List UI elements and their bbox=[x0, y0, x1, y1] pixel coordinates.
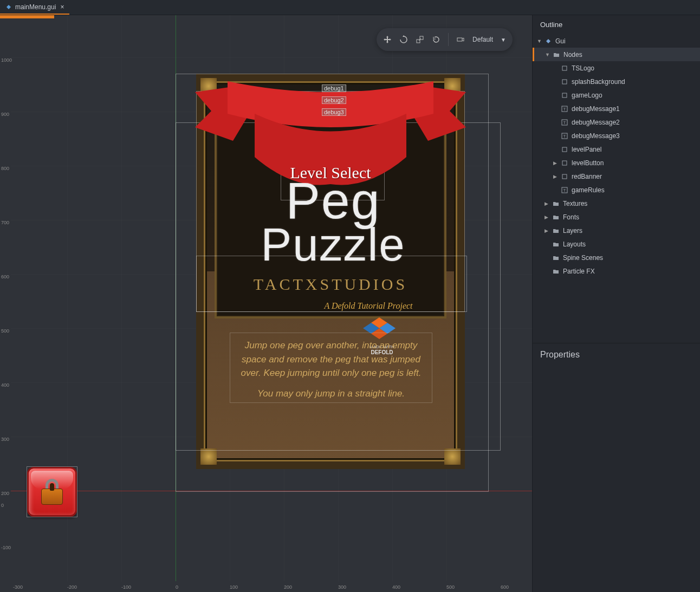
svg-rect-7 bbox=[562, 66, 567, 70]
scene-editor[interactable]: 1000 900 800 700 600 500 400 300 200 0 -… bbox=[0, 15, 532, 592]
folder-icon bbox=[552, 254, 560, 262]
svg-text:T: T bbox=[563, 134, 566, 139]
right-panel: Outline ▼ Gui ▼ Nodes TSLogosplashBackgr… bbox=[532, 15, 700, 592]
text-node-icon: T bbox=[561, 132, 568, 140]
reset-tool-icon[interactable] bbox=[432, 35, 440, 44]
canvas-toolbar: Default ▼ bbox=[377, 28, 513, 51]
svg-rect-18 bbox=[562, 174, 567, 179]
tree-node-redbanner[interactable]: ▶redBanner bbox=[533, 170, 700, 183]
game-logo-node[interactable]: Peg Puzzle bbox=[233, 178, 433, 265]
rotate-tool-icon[interactable] bbox=[399, 35, 408, 44]
text-node-icon: T bbox=[561, 105, 568, 113]
debug-message-1[interactable]: debug1 bbox=[322, 84, 346, 92]
game-rules-node[interactable]: Jump one peg over another, into an empty… bbox=[230, 333, 432, 403]
tagline-text: A Defold Tutorial Project bbox=[303, 301, 433, 311]
lock-icon bbox=[41, 479, 63, 505]
svg-rect-9 bbox=[562, 93, 567, 97]
layout-dropdown-icon[interactable]: ▼ bbox=[501, 37, 506, 43]
folder-icon bbox=[552, 200, 560, 207]
tree-folder-particle-fx[interactable]: Particle FX bbox=[533, 264, 700, 278]
tree-gui-root[interactable]: ▼ Gui bbox=[533, 34, 700, 48]
svg-text:T: T bbox=[563, 107, 566, 112]
box-node-icon bbox=[561, 146, 568, 153]
folder-icon bbox=[552, 227, 560, 235]
camera-tool-icon[interactable] bbox=[456, 35, 465, 44]
box-node-icon bbox=[561, 64, 568, 72]
tree-folder-spine-scenes[interactable]: Spine Scenes bbox=[533, 251, 700, 264]
svg-rect-6 bbox=[457, 38, 462, 41]
tab-close-icon[interactable]: × bbox=[60, 3, 64, 11]
tree-folder-fonts[interactable]: ▶Fonts bbox=[533, 210, 700, 224]
tree-node-levelpanel[interactable]: levelPanel bbox=[533, 142, 700, 156]
tree-folder-layers[interactable]: ▶Layers bbox=[533, 224, 700, 237]
level-button-node[interactable] bbox=[27, 467, 77, 517]
tree-folder-textures[interactable]: ▶Textures bbox=[533, 197, 700, 210]
tree-nodes-folder[interactable]: ▼ Nodes bbox=[533, 48, 700, 61]
svg-rect-8 bbox=[562, 80, 567, 84]
tree-node-gamelogo[interactable]: gameLogo bbox=[533, 88, 700, 102]
layout-label: Default bbox=[472, 36, 493, 43]
svg-rect-17 bbox=[562, 161, 567, 165]
debug-message-3[interactable]: debug3 bbox=[322, 108, 346, 116]
properties-panel: Properties bbox=[533, 343, 700, 592]
tree-node-splashbackground[interactable]: splashBackground bbox=[533, 75, 700, 88]
text-node-icon: T bbox=[561, 186, 568, 194]
box-node-icon bbox=[561, 159, 568, 167]
folder-icon bbox=[553, 51, 560, 58]
tree-folder-layouts[interactable]: Layouts bbox=[533, 237, 700, 251]
tab-bar: mainMenu.gui × bbox=[0, 0, 700, 15]
gui-file-icon bbox=[5, 4, 12, 10]
svg-rect-16 bbox=[562, 147, 567, 152]
tree-node-debugmessage2[interactable]: TdebugMessage2 bbox=[533, 115, 700, 129]
studio-logo-node[interactable]: TACTXSTUDIOS bbox=[196, 275, 465, 294]
svg-text:T: T bbox=[563, 120, 566, 125]
box-node-icon bbox=[561, 78, 568, 86]
debug-message-2[interactable]: debug2 bbox=[322, 96, 346, 104]
scale-tool-icon[interactable] bbox=[416, 35, 424, 44]
horizontal-ruler: -300 -200 -100 0 100 200 300 400 500 600 bbox=[11, 581, 532, 592]
gui-icon bbox=[545, 37, 552, 45]
box-node-icon bbox=[561, 173, 568, 180]
move-tool-icon[interactable] bbox=[383, 35, 392, 44]
tree-node-levelbutton[interactable]: ▶levelButton bbox=[533, 156, 700, 170]
outline-tree[interactable]: ▼ Gui ▼ Nodes TSLogosplashBackgroundgame… bbox=[533, 34, 700, 343]
properties-title: Properties bbox=[540, 350, 692, 360]
folder-icon bbox=[552, 213, 560, 221]
text-node-icon: T bbox=[561, 119, 568, 126]
tab-filename: mainMenu.gui bbox=[15, 3, 56, 11]
outline-panel-title: Outline bbox=[533, 15, 700, 34]
tree-node-tslogo[interactable]: TSLogo bbox=[533, 61, 700, 75]
vertical-ruler: 1000 900 800 700 600 500 400 300 200 0 -… bbox=[0, 26, 11, 581]
box-node-icon bbox=[561, 92, 568, 99]
file-tab[interactable]: mainMenu.gui × bbox=[0, 0, 69, 15]
tree-node-gamerules[interactable]: TgameRules bbox=[533, 183, 700, 197]
svg-text:T: T bbox=[563, 188, 566, 193]
tree-node-debugmessage1[interactable]: TdebugMessage1 bbox=[533, 102, 700, 115]
folder-icon bbox=[552, 240, 560, 248]
folder-icon bbox=[552, 268, 560, 275]
tree-node-debugmessage3[interactable]: TdebugMessage3 bbox=[533, 129, 700, 142]
